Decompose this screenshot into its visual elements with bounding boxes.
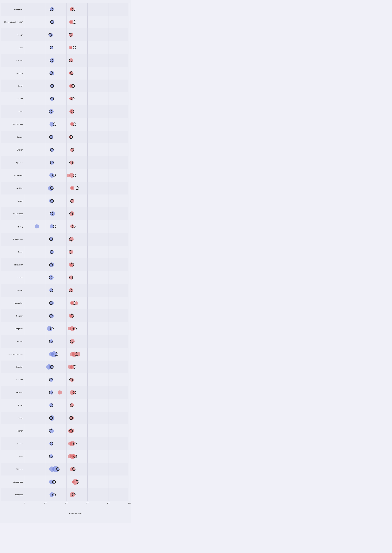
dot-area — [25, 67, 128, 80]
table-row: Polish — [1, 399, 128, 412]
language-label: Hindi — [1, 455, 25, 457]
language-label: Min Nan Chinese — [1, 353, 25, 355]
language-label: English — [1, 149, 25, 151]
blue-outline-dot — [49, 301, 53, 305]
dot-area — [25, 105, 128, 118]
red-outline-dot — [72, 225, 76, 228]
red-outline-dot — [73, 301, 76, 305]
blue-outline-dot — [50, 442, 53, 445]
dot-area — [25, 360, 128, 373]
dot-area — [25, 476, 128, 488]
language-label: Galician — [1, 289, 25, 291]
blue-outline-dot — [52, 493, 56, 496]
red-filled-dot — [70, 47, 72, 49]
table-row: Tagalog — [1, 220, 128, 233]
x-tick-label: 400 — [107, 502, 110, 504]
blue-outline-dot — [50, 403, 53, 407]
red-outline-dot — [73, 123, 76, 126]
red-outline-dot — [69, 237, 72, 241]
red-filled-dot — [70, 302, 73, 304]
dot-area — [25, 143, 128, 156]
blue-outline-dot — [49, 135, 53, 139]
dot-area — [25, 310, 128, 322]
table-row: Vietnamese — [1, 476, 128, 488]
language-label: Latin — [1, 47, 25, 49]
dot-area — [25, 348, 128, 360]
table-row: Korean — [1, 194, 128, 207]
red-outline-dot — [73, 391, 76, 394]
red-outline-dot — [73, 46, 76, 49]
dot-area — [25, 424, 128, 437]
red-outline-dot — [73, 442, 77, 445]
language-label: Spanish — [1, 162, 25, 164]
red-outline-dot — [71, 97, 75, 100]
dot-area — [25, 28, 128, 41]
dot-area — [25, 169, 128, 182]
language-label: Ukrainian — [1, 391, 25, 394]
language-label: Modern Greek (1453-) — [1, 21, 25, 23]
x-tick-label: 100 — [44, 502, 47, 504]
table-row: Min Nan Chinese — [1, 348, 128, 360]
chart-rows: HungarianModern Greek (1453-)FinnishLati… — [1, 3, 128, 501]
language-label: Wu Chinese — [1, 213, 25, 215]
dot-area — [25, 412, 128, 424]
red-outline-dot — [70, 212, 73, 215]
dot-area — [25, 322, 128, 335]
red-outline-dot — [70, 429, 73, 433]
dot-area — [25, 156, 128, 169]
dot-area — [25, 463, 128, 476]
grid-line — [129, 3, 129, 501]
dot-area — [25, 233, 128, 246]
x-axis-label: Frequency (Hz) — [25, 512, 128, 515]
red-outline-dot — [70, 135, 73, 139]
table-row: Romanian — [1, 258, 128, 271]
blue-outline-dot — [49, 110, 52, 113]
blue-outline-dot — [49, 429, 52, 433]
table-row: Chinese — [1, 463, 128, 476]
blue-outline-dot — [50, 20, 54, 24]
blue-outline-dot — [49, 416, 53, 420]
table-row: Croatian — [1, 360, 128, 373]
table-row: Italian — [1, 105, 128, 118]
table-row: Galician — [1, 284, 128, 297]
red-outline-dot — [75, 353, 78, 356]
blue-outline-dot — [53, 123, 56, 126]
blue-outline-dot — [50, 365, 54, 369]
red-outline-dot — [70, 263, 74, 266]
table-row: Wu Chinese — [1, 207, 128, 220]
dot-area — [25, 399, 128, 412]
table-row: Bulgarian — [1, 322, 128, 335]
dot-area — [25, 41, 128, 54]
dot-area — [25, 437, 128, 450]
table-row: Hindi — [1, 450, 128, 463]
blue-outline-dot — [50, 327, 54, 330]
table-row: Persian — [1, 335, 128, 348]
dot-area — [25, 220, 128, 233]
language-label: Esperanto — [1, 174, 25, 177]
blue-outline-dot — [50, 7, 53, 11]
dot-area — [25, 284, 128, 297]
blue-outline-dot — [50, 250, 53, 254]
table-row: Arabic — [1, 412, 128, 424]
table-row: Hungarian — [1, 3, 128, 16]
dot-area — [25, 207, 128, 220]
blue-outline-dot — [49, 314, 53, 318]
dot-area — [25, 488, 128, 501]
dot-area — [25, 297, 128, 310]
red-outline-dot — [70, 314, 74, 318]
table-row: Modern Greek (1453-) — [1, 16, 128, 28]
language-label: Turkish — [1, 442, 25, 445]
language-label: Danish — [1, 276, 25, 279]
language-label: Catalan — [1, 59, 25, 62]
red-outline-dot — [70, 403, 73, 407]
language-label: Czech — [1, 251, 25, 253]
red-outline-dot — [71, 84, 75, 88]
blue-outline-dot — [52, 480, 56, 484]
blue-outline-dot — [49, 378, 53, 381]
language-label: Swedish — [1, 98, 25, 100]
language-label: Norwegian — [1, 302, 25, 304]
table-row: Swedish — [1, 92, 128, 105]
table-row: Catalan — [1, 54, 128, 67]
blue-outline-dot — [50, 199, 54, 203]
red-outline-dot — [70, 199, 73, 203]
